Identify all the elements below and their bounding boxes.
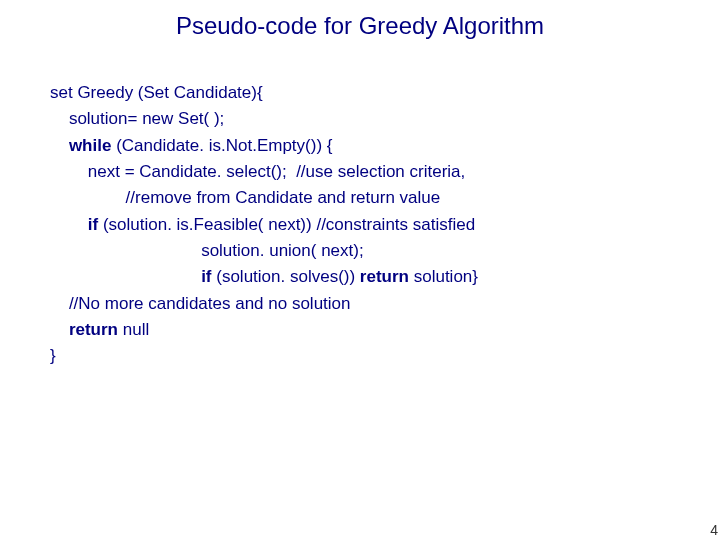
code-keyword: return bbox=[360, 267, 409, 286]
code-keyword: return bbox=[50, 320, 118, 339]
code-line: solution= new Set( ); bbox=[50, 106, 680, 132]
code-text: solution= new Set( ); bbox=[50, 109, 224, 128]
code-text: next = Candidate. select(); //use select… bbox=[50, 162, 465, 181]
slide-title: Pseudo-code for Greedy Algorithm bbox=[0, 12, 720, 40]
code-line: //No more candidates and no solution bbox=[50, 291, 680, 317]
code-text: //remove from Candidate and return value bbox=[50, 188, 440, 207]
code-line: return null bbox=[50, 317, 680, 343]
code-text: (solution. solves()) bbox=[212, 267, 360, 286]
page-number: 4 bbox=[710, 522, 718, 538]
code-text: set Greedy (Set Candidate){ bbox=[50, 83, 263, 102]
code-line: } bbox=[50, 343, 680, 369]
pseudocode-block: set Greedy (Set Candidate){ solution= ne… bbox=[50, 80, 680, 370]
code-line: set Greedy (Set Candidate){ bbox=[50, 80, 680, 106]
code-line: next = Candidate. select(); //use select… bbox=[50, 159, 680, 185]
code-line: if (solution. is.Feasible( next)) //cons… bbox=[50, 212, 680, 238]
code-text: (Candidate. is.Not.Empty()) { bbox=[111, 136, 332, 155]
code-text: solution. union( next); bbox=[50, 241, 364, 260]
code-line: while (Candidate. is.Not.Empty()) { bbox=[50, 133, 680, 159]
code-keyword: if bbox=[50, 267, 212, 286]
code-line: solution. union( next); bbox=[50, 238, 680, 264]
slide: Pseudo-code for Greedy Algorithm set Gre… bbox=[0, 0, 720, 540]
code-text: solution} bbox=[409, 267, 478, 286]
code-text: //No more candidates and no solution bbox=[50, 294, 351, 313]
code-line: //remove from Candidate and return value bbox=[50, 185, 680, 211]
code-text: null bbox=[118, 320, 149, 339]
code-line: if (solution. solves()) return solution} bbox=[50, 264, 680, 290]
code-keyword: while bbox=[50, 136, 111, 155]
code-text: (solution. is.Feasible( next)) //constra… bbox=[98, 215, 475, 234]
code-keyword: if bbox=[50, 215, 98, 234]
code-text: } bbox=[50, 346, 56, 365]
